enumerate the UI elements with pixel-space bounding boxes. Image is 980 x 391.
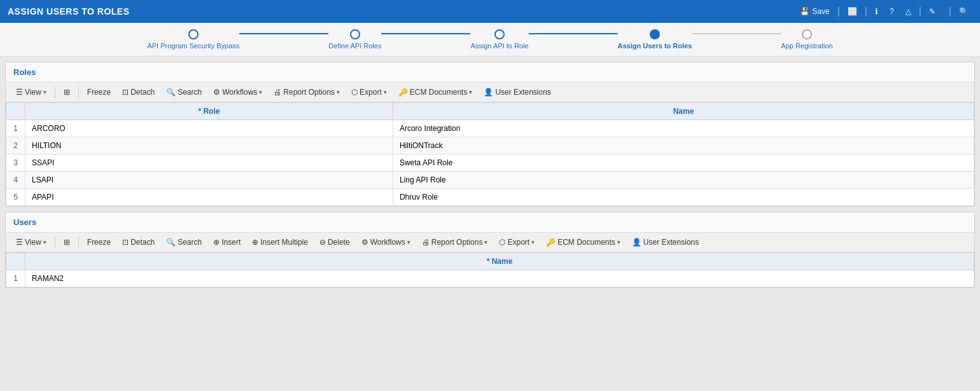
roles-table-row[interactable]: 4 LSAPI Ling API Role [6,172,974,189]
roles-export-button[interactable]: ⬡ Export ▾ [346,85,392,99]
roles-freeze-button[interactable]: Freeze [82,85,116,99]
help-icon: ? [890,7,894,16]
row-num: 1 [6,120,25,137]
roles-section: Roles ☰ View ▾ ⊞ Freeze ⊡ Detach 🔍 Searc… [5,62,975,207]
sep2 [78,86,79,98]
roles-col-name[interactable]: Name [393,103,974,120]
u-sep1 [55,237,55,248]
users-search-button[interactable]: 🔍 Search [161,235,207,249]
users-section: Users ☰ View ▾ ⊞ Freeze ⊡ Detach 🔍 Searc… [5,212,975,288]
wizard-steps: API Program Security Bypass Define API R… [147,29,832,50]
wizard-step-1[interactable]: API Program Security Bypass [147,29,239,50]
name-cell: Ling API Role [393,172,974,189]
row-num: 1 [6,270,25,287]
wizard-line-4 [692,33,781,34]
workflows-icon: ⚙ [213,88,220,97]
users-view-dropdown-icon: ▾ [43,239,46,245]
roles-report-options-button[interactable]: 🖨 Report Options ▾ [269,85,345,99]
roles-col-role[interactable]: * Role [25,103,393,120]
users-columns-icon: ⊞ [64,238,70,247]
users-view-button[interactable]: ☰ View ▾ [11,235,52,249]
warning-icon: △ [906,7,911,16]
users-col-name[interactable]: * Name [25,253,974,270]
users-insert-multiple-button[interactable]: ⊕ Insert Multiple [247,235,313,249]
users-table-row[interactable]: 1 RAMAN2 [6,270,974,287]
header-search-icon: 🔍 [959,7,969,16]
users-section-title: Users [6,212,974,233]
role-cell: SSAPI [25,154,393,172]
users-user-extensions-button[interactable]: 👤 User Extensions [627,235,704,249]
wizard-step-2[interactable]: Define API Roles [328,29,381,50]
row-num: 3 [6,154,25,172]
users-detach-button[interactable]: ⊡ Detach [117,235,160,249]
step3-label: Assign API to Role [470,42,528,50]
name-cell: Arcoro Integration [393,120,974,137]
wizard-bar: API Program Security Bypass Define API R… [0,23,980,57]
wizard-step-3[interactable]: Assign API to Role [470,29,528,50]
roles-table-row[interactable]: 1 ARCORO Arcoro Integration [6,120,974,137]
info-button[interactable]: ℹ [871,4,882,18]
divider2: | [865,6,867,17]
users-freeze-button[interactable]: Freeze [82,235,116,249]
step3-circle [494,29,505,39]
users-workflows-dropdown-icon: ▾ [407,239,410,245]
save-button[interactable]: 💾 Save [796,4,833,18]
users-user-ext-icon: 👤 [632,238,641,247]
roles-view-button[interactable]: ☰ View ▾ [11,85,52,99]
header-search-button[interactable]: 🔍 [955,4,972,18]
roles-search-button[interactable]: 🔍 Search [161,85,207,99]
users-workflows-button[interactable]: ⚙ Workflows ▾ [356,235,416,249]
users-insert-button[interactable]: ⊕ Insert [208,235,246,249]
role-cell: ARCORO [25,120,393,137]
users-report-options-button[interactable]: 🖨 Report Options ▾ [417,235,493,249]
row-num: 4 [6,172,25,189]
row-num: 5 [6,189,25,206]
roles-user-extensions-button[interactable]: 👤 User Extensions [479,85,556,99]
users-insert-multiple-icon: ⊕ [252,238,258,247]
copy-button[interactable]: ⬜ [844,4,861,18]
users-col-rownum [6,253,25,270]
users-export-button[interactable]: ⬡ Export ▾ [494,235,540,249]
sep1 [55,86,55,98]
users-delete-icon: ⊖ [319,238,326,247]
wizard-step-5[interactable]: App Registration [781,29,832,50]
roles-col-rownum [6,103,25,120]
roles-workflows-button[interactable]: ⚙ Workflows ▾ [208,85,267,99]
step1-label: API Program Security Bypass [147,42,239,50]
columns-icon: ⊞ [64,88,70,97]
users-detach-icon: ⊡ [122,238,129,247]
copy-icon: ⬜ [848,7,857,16]
users-delete-button[interactable]: ⊖ Delete [314,235,355,249]
page-title: ASSIGN USERS TO ROLES [8,6,130,17]
warning-button[interactable]: △ [902,4,915,18]
roles-detach-button[interactable]: ⊡ Detach [117,85,160,99]
step2-circle [350,29,360,39]
role-cell: LSAPI [25,172,393,189]
wizard-line-2 [381,33,470,34]
roles-table-row[interactable]: 2 HILTION HiltiONTrack [6,137,974,154]
app-header: ASSIGN USERS TO ROLES 💾 Save | ⬜ | ℹ ? △… [0,0,980,23]
roles-toolbar: ☰ View ▾ ⊞ Freeze ⊡ Detach 🔍 Search ⚙ Wo… [6,83,974,102]
dropdown-arrow-edit: ▾ [938,8,941,15]
workflows-dropdown-icon: ▾ [259,89,262,95]
roles-table-row[interactable]: 5 APAPI Dhruv Role [6,189,974,206]
roles-columns-button[interactable]: ⊞ [59,85,75,99]
roles-ecm-button[interactable]: 🔑 ECM Documents ▾ [393,85,478,99]
u-sep2 [78,237,79,248]
users-ecm-button[interactable]: 🔑 ECM Documents ▾ [541,235,626,249]
users-ecm-dropdown-icon: ▾ [617,239,620,245]
header-actions: 💾 Save | ⬜ | ℹ ? △ | ✎ ▾ | 🔍 [796,4,972,18]
view-icon: ☰ [16,88,23,97]
users-report-icon: 🖨 [422,238,430,247]
wizard-step-4[interactable]: Assign Users to Roles [618,29,692,50]
step1-circle [188,29,199,39]
export-dropdown-icon: ▾ [384,89,387,95]
name-cell: Dhruv Role [393,189,974,206]
edit-button[interactable]: ✎ ▾ [925,4,945,18]
users-columns-button[interactable]: ⊞ [59,235,75,249]
user-name-cell: RAMAN2 [25,270,974,287]
roles-table-row[interactable]: 3 SSAPI Sweta API Role [6,154,974,172]
help-button[interactable]: ? [886,4,898,18]
row-num: 2 [6,137,25,154]
users-export-icon: ⬡ [499,238,505,247]
